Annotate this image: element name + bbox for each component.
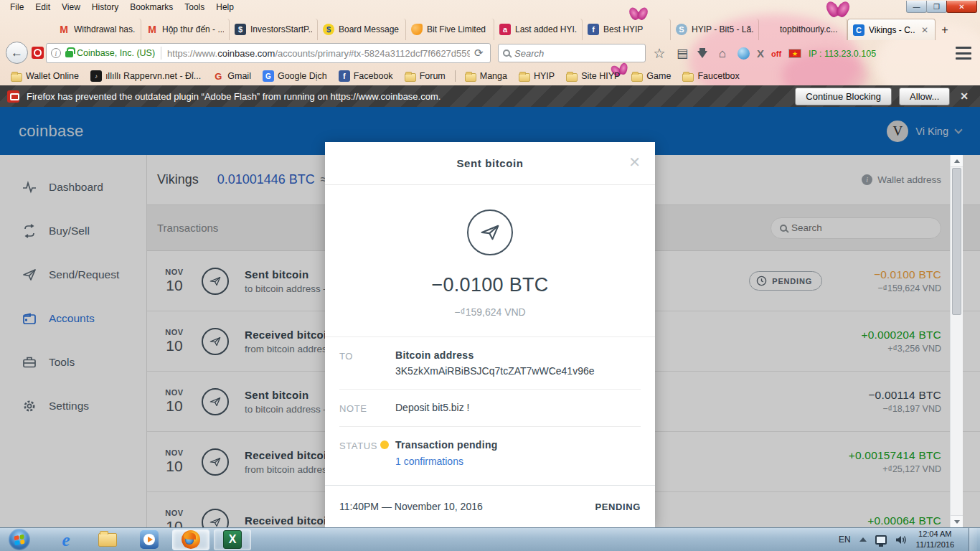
bookmark-faucetbox[interactable]: Faucetbox: [677, 70, 744, 83]
tab-last-added-hyip[interactable]: Last added HYI...: [494, 19, 583, 40]
menu-help[interactable]: Help: [210, 1, 240, 14]
tab-bit-five[interactable]: Bit Five Limited: [406, 19, 494, 40]
url-text[interactable]: https://www.coinbase.com/accounts/primar…: [167, 48, 470, 59]
proxy-off-label: off: [771, 50, 781, 58]
show-desktop-button[interactable]: [969, 528, 977, 551]
bookmark-facebook[interactable]: Facebook: [334, 69, 398, 83]
taskbar-media-player[interactable]: [131, 529, 168, 550]
folder-icon: [682, 73, 694, 82]
menu-file[interactable]: File: [4, 1, 29, 14]
site-identity[interactable]: Coinbase, Inc. (US): [77, 48, 155, 58]
firefox-icon: [182, 530, 200, 549]
new-tab-button[interactable]: +: [936, 22, 954, 39]
windows-logo-icon: [14, 534, 24, 545]
bookmark-wallet-online[interactable]: Wallet Online: [6, 70, 84, 83]
translate-icon: [263, 70, 274, 82]
media-player-icon: [140, 530, 159, 549]
close-window-button[interactable]: ✕: [946, 1, 977, 13]
reload-icon[interactable]: ⟳: [474, 47, 486, 60]
menu-edit[interactable]: Edit: [29, 1, 56, 14]
plugin-notification-bar: Firefox has prevented the outdated plugi…: [0, 85, 980, 107]
scrollbar-thumb[interactable]: [952, 168, 961, 315]
close-icon[interactable]: ✕: [628, 155, 641, 169]
taskbar-excel[interactable]: X: [214, 529, 251, 550]
screen: File Edit View History Bookmarks Tools H…: [0, 0, 980, 551]
tab-bar: Withdrawal has... Hộp thư đến - ... Inve…: [0, 14, 980, 40]
menu-bookmarks[interactable]: Bookmarks: [124, 1, 179, 14]
minimize-button[interactable]: —: [906, 1, 927, 13]
bookmark-manga[interactable]: Manga: [460, 70, 512, 83]
restore-button[interactable]: ❐: [926, 1, 947, 13]
folder-icon: [465, 73, 476, 82]
tab-vikings-coinbase[interactable]: Vikings - C...✕: [847, 19, 936, 40]
tab-best-hyip[interactable]: Best HYIP: [583, 19, 671, 40]
volume-icon[interactable]: [895, 534, 908, 545]
facebook-icon: [339, 70, 350, 82]
bookmark-forum[interactable]: Forum: [400, 70, 451, 83]
taskbar-ie[interactable]: e: [47, 529, 85, 550]
tab-withdrawal[interactable]: Withdrawal has...: [53, 19, 141, 40]
tab-hyip-bit5[interactable]: HYIP - Bit5 - Lã...: [671, 19, 759, 40]
confirmations-link[interactable]: 1 confirmations: [395, 456, 498, 467]
vietnam-flag-icon[interactable]: ★: [788, 49, 801, 58]
back-button[interactable]: ←: [6, 42, 28, 64]
addon-icon-blue[interactable]: [738, 47, 750, 60]
clock[interactable]: 12:04 AM 11/11/2016: [916, 529, 960, 550]
home-icon[interactable]: ⌂: [715, 47, 730, 61]
recipient-address: 3K5zkXmAiRBiBSJCq7tcZAT7wWCe41v96e: [395, 365, 595, 377]
modal-header: Sent bitcoin ✕: [325, 142, 655, 185]
tray-expand-icon[interactable]: [859, 537, 867, 542]
scrollbar[interactable]: [950, 155, 963, 527]
modal-amount-btc: −0.0100 BTC: [325, 274, 655, 296]
site-icon: [90, 70, 102, 82]
status-dot-icon: [380, 441, 389, 449]
downloads-icon[interactable]: [697, 51, 707, 58]
bookmark-google-translate[interactable]: Google Dịch: [258, 69, 332, 83]
note-text: Deposit bit5.biz !: [395, 402, 470, 414]
allow-button[interactable]: Allow...: [899, 88, 950, 105]
info-icon[interactable]: i: [51, 48, 61, 58]
folder-icon: [98, 533, 117, 547]
menu-hamburger-icon[interactable]: [956, 47, 971, 60]
url-bar[interactable]: i Coinbase, Inc. (US) https://www.coinba…: [46, 43, 491, 63]
bookmark-star-icon[interactable]: ☆: [651, 45, 667, 62]
plugin-blocked-icon: [7, 90, 19, 103]
proxy-addon-icon[interactable]: X: [757, 47, 764, 60]
transaction-timestamp: 11:40PM — November 10, 2016: [339, 501, 483, 512]
bookmark-gmail[interactable]: Gmail: [207, 69, 256, 83]
tab-close-icon[interactable]: ✕: [920, 25, 930, 35]
addon-icon-red[interactable]: [32, 47, 44, 59]
reading-list-icon[interactable]: ▤: [674, 46, 690, 61]
modal-to-row: TO Bitcoin address 3K5zkXmAiRBiBSJCq7tcZ…: [339, 337, 641, 389]
bookmark-hyip[interactable]: HYIP: [514, 70, 560, 83]
coinbase-page: coinbase V Vi King Dashboard Buy/Sell: [0, 107, 980, 527]
gmail-icon: [146, 24, 158, 35]
taskbar-firefox[interactable]: [172, 529, 209, 550]
menu-view[interactable]: View: [56, 1, 86, 14]
taskbar-explorer[interactable]: [89, 529, 126, 550]
tab-board-message[interactable]: Board Message: [318, 19, 406, 40]
folder-icon: [519, 73, 530, 82]
divider: [161, 47, 161, 60]
send-icon: [467, 209, 513, 255]
bookmark-rappervn[interactable]: ıllıllı Rappervn.net - Đỉ...: [85, 69, 206, 83]
start-button[interactable]: [9, 529, 30, 550]
tab-inbox[interactable]: Hộp thư đến - ...: [141, 19, 230, 40]
browser-search-input[interactable]: [514, 48, 641, 59]
tab-investorsstartpage[interactable]: InvestorsStartP...: [230, 19, 318, 40]
bookmark-game[interactable]: Game: [626, 70, 676, 83]
network-icon[interactable]: [875, 535, 887, 545]
modal-title: Sent bitcoin: [456, 157, 523, 169]
site-icon: [499, 24, 511, 35]
language-indicator[interactable]: EN: [839, 534, 851, 545]
bookmark-site-hiyp[interactable]: Site HIYP: [561, 70, 625, 83]
continue-blocking-button[interactable]: Continue Blocking: [795, 88, 892, 105]
browser-search-box[interactable]: [498, 44, 646, 62]
folder-icon: [566, 73, 578, 82]
scroll-up-button[interactable]: [951, 155, 963, 167]
menu-tools[interactable]: Tools: [179, 1, 210, 14]
tab-topbithourly[interactable]: topbithourly.c...: [759, 19, 847, 40]
close-icon[interactable]: ✕: [960, 90, 969, 102]
scroll-down-button[interactable]: [951, 515, 963, 527]
menu-history[interactable]: History: [86, 1, 124, 14]
